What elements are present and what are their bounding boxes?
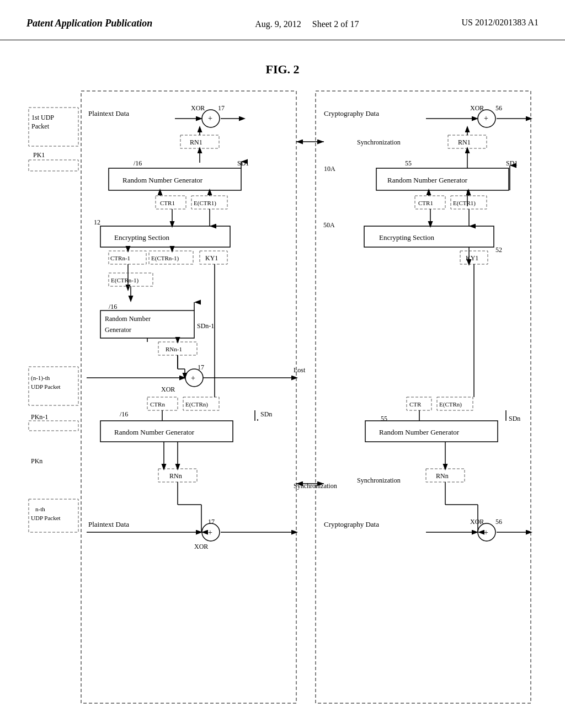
svg-text:Generator: Generator: [105, 326, 131, 334]
svg-text:+: +: [191, 374, 195, 382]
svg-text:CTRn: CTRn: [150, 401, 165, 408]
svg-text:10A: 10A: [324, 165, 335, 173]
svg-text:PK1: PK1: [33, 151, 45, 159]
svg-text:Synchronization: Synchronization: [294, 482, 337, 490]
svg-text:Encrypting Section: Encrypting Section: [379, 233, 435, 242]
svg-text:CTRn-1: CTRn-1: [110, 255, 130, 261]
svg-text:XOR: XOR: [470, 518, 484, 526]
svg-text:Random Number Generator: Random Number Generator: [122, 176, 203, 184]
svg-text:Random Number: Random Number: [105, 315, 151, 323]
svg-text:SD1: SD1: [237, 159, 249, 167]
svg-text:Plaintext Data: Plaintext Data: [88, 520, 129, 528]
svg-text:12: 12: [94, 218, 100, 226]
figure-area: FIG. 2 1st UDP Packet PK1 Plaintext Data…: [0, 40, 565, 713]
svg-text:Random Number Generator: Random Number Generator: [379, 428, 460, 436]
svg-text:E(CTRn): E(CTRn): [185, 401, 208, 408]
svg-text:Cryptography Data: Cryptography Data: [324, 520, 379, 528]
svg-text:(n-1)-th: (n-1)-th: [31, 374, 50, 382]
diagram-svg: 1st UDP Packet PK1 Plaintext Data XOR 17…: [23, 85, 542, 709]
svg-text:Encrypting Section: Encrypting Section: [114, 233, 170, 242]
svg-text:17: 17: [208, 518, 215, 526]
svg-text:PKn: PKn: [31, 457, 42, 465]
svg-text:E(CTR1): E(CTR1): [453, 200, 476, 207]
svg-text:56: 56: [495, 518, 502, 526]
svg-text:PKn-1: PKn-1: [31, 413, 48, 421]
publication-title: Patent Application Publication: [26, 18, 152, 29]
svg-text:17: 17: [198, 363, 204, 371]
svg-text:Random Number Generator: Random Number Generator: [387, 176, 468, 184]
svg-text:RNn: RNn: [436, 472, 449, 480]
svg-text:SDn: SDn: [509, 415, 520, 422]
svg-text:/16: /16: [134, 159, 142, 167]
svg-text:XOR: XOR: [470, 104, 484, 112]
svg-text:CTR: CTR: [409, 401, 422, 408]
svg-text:E(CTRn): E(CTRn): [439, 401, 462, 408]
svg-text:/16: /16: [109, 303, 117, 311]
header-center: Aug. 9, 2012 Sheet 2 of 17: [255, 18, 359, 31]
svg-text:Packet: Packet: [31, 122, 50, 130]
page-header: Patent Application Publication Aug. 9, 2…: [0, 0, 565, 40]
svg-text:UDP Packet: UDP Packet: [31, 515, 61, 521]
svg-text:Random Number Generator: Random Number Generator: [114, 428, 195, 436]
svg-text:52: 52: [495, 246, 502, 254]
svg-text:RNn: RNn: [169, 472, 182, 480]
svg-text:56: 56: [495, 104, 502, 112]
svg-text:17: 17: [218, 104, 225, 112]
svg-text:n-th: n-th: [35, 506, 45, 512]
svg-text:XOR: XOR: [194, 543, 208, 550]
publication-date: Aug. 9, 2012: [255, 19, 301, 29]
svg-text:UDP Packet: UDP Packet: [31, 383, 61, 390]
svg-text:55: 55: [381, 415, 387, 422]
svg-text:CTR1: CTR1: [160, 200, 175, 206]
svg-text:+: +: [484, 114, 488, 122]
svg-text:RN1: RN1: [458, 138, 471, 146]
svg-text:CTR1: CTR1: [418, 200, 433, 206]
svg-text:50A: 50A: [323, 221, 335, 229]
svg-text:+: +: [484, 528, 488, 537]
svg-text:KY1: KY1: [466, 254, 478, 262]
svg-text:SDn-1: SDn-1: [197, 322, 214, 330]
patent-number: US 2012/0201383 A1: [461, 18, 539, 28]
svg-text:Cryptography Data: Cryptography Data: [324, 109, 379, 117]
svg-text:SDn: SDn: [260, 410, 272, 418]
svg-text:E(CTRn-1): E(CTRn-1): [111, 277, 138, 284]
svg-text:+: +: [208, 114, 212, 122]
svg-rect-6: [29, 160, 78, 171]
svg-text:KY1: KY1: [205, 254, 218, 262]
svg-text:Lost: Lost: [294, 366, 306, 374]
svg-text:SD1: SD1: [506, 159, 518, 167]
svg-text:Synchronization: Synchronization: [357, 477, 401, 484]
svg-text:E(CTR1): E(CTR1): [194, 200, 216, 207]
svg-text:55: 55: [405, 159, 412, 167]
svg-text:1st UDP: 1st UDP: [31, 114, 54, 121]
svg-rect-56: [29, 421, 78, 431]
svg-text:RNn-1: RNn-1: [166, 346, 182, 352]
svg-text:XOR: XOR: [191, 104, 205, 112]
svg-text:Plaintext Data: Plaintext Data: [88, 109, 129, 117]
sheet-info: Sheet 2 of 17: [312, 19, 359, 29]
svg-text:/16: /16: [120, 410, 128, 418]
svg-text:+: +: [208, 528, 212, 537]
svg-text:E(CTRn-1): E(CTRn-1): [151, 255, 179, 262]
svg-text:RN1: RN1: [190, 138, 202, 146]
figure-title: FIG. 2: [22, 62, 543, 77]
svg-text:XOR: XOR: [161, 386, 175, 393]
svg-text:Synchronization: Synchronization: [357, 138, 401, 146]
